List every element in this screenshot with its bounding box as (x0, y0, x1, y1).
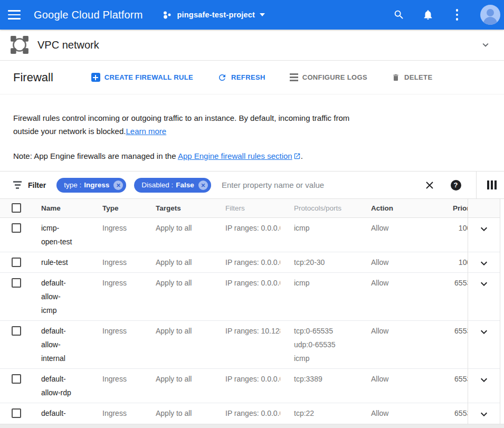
project-selector[interactable]: pingsafe-test-project (163, 10, 265, 20)
external-link-icon (293, 153, 301, 160)
refresh-button[interactable]: REFRESH (217, 73, 265, 82)
col-header-targets[interactable]: Targets (156, 199, 225, 217)
section-header: VPC network (0, 30, 504, 61)
delete-button[interactable]: DELETE (392, 73, 432, 82)
table-row: default- allow- icmp Ingress Apply to al… (0, 273, 504, 321)
notifications-icon[interactable] (422, 9, 434, 21)
table-header-row: Name Type Targets Filters Protocols/port… (0, 199, 504, 218)
row-checkbox[interactable] (12, 408, 21, 418)
expand-row-icon[interactable] (478, 257, 490, 270)
row-checkbox[interactable] (12, 326, 21, 336)
description-block: Firewall rules control incoming or outgo… (0, 94, 504, 171)
gcp-console: Google Cloud Platform pingsafe-test-proj… (0, 0, 504, 428)
configure-logs-button[interactable]: CONFIGURE LOGS (290, 73, 367, 81)
expand-row-icon[interactable] (478, 408, 490, 421)
select-all-checkbox[interactable] (12, 203, 21, 213)
menu-icon[interactable] (8, 10, 21, 20)
app-engine-firewall-link[interactable]: App Engine firewall rules section (178, 151, 292, 160)
row-checkbox[interactable] (12, 223, 21, 233)
expand-row-icon[interactable] (478, 326, 490, 338)
avatar[interactable] (480, 5, 500, 25)
col-header-filters: Filters (225, 199, 294, 217)
refresh-icon (217, 73, 227, 82)
top-bar: Google Cloud Platform pingsafe-test-proj… (0, 0, 504, 30)
filter-icon (13, 181, 22, 188)
description-text: Firewall rules control incoming or outgo… (13, 113, 349, 136)
firewall-rules-table: Name Type Targets Filters Protocols/port… (0, 199, 504, 428)
horizontal-scrollbar[interactable] (0, 424, 504, 428)
col-header-action[interactable]: Action (371, 199, 453, 217)
filter-chip-disabled[interactable]: Disabled : False ✕ (134, 178, 211, 193)
col-header-name[interactable]: Name (41, 199, 102, 217)
table-row: rule-test Ingress Apply to all IP ranges… (0, 252, 504, 273)
collapse-section-icon[interactable] (480, 39, 491, 51)
filter-label: Filter (28, 181, 46, 189)
note-period: . (301, 151, 303, 160)
firewall-title: Firewall (13, 71, 53, 84)
chip-remove-icon[interactable]: ✕ (198, 180, 208, 190)
learn-more-link[interactable]: Learn more (126, 127, 166, 136)
help-icon[interactable]: ? (451, 180, 461, 191)
row-checkbox[interactable] (12, 374, 21, 384)
logs-icon (290, 73, 298, 81)
more-options-icon[interactable] (451, 9, 463, 21)
trash-icon (392, 73, 400, 82)
col-header-type[interactable]: Type (102, 199, 156, 217)
create-firewall-rule-button[interactable]: CREATE FIREWALL RULE (91, 73, 193, 82)
note-text: Note: App Engine firewalls are managed i… (13, 151, 178, 160)
row-checkbox[interactable] (12, 258, 21, 267)
chevron-down-icon (260, 13, 265, 16)
project-name: pingsafe-test-project (177, 11, 255, 19)
filter-input[interactable] (222, 180, 420, 189)
plus-icon (91, 73, 100, 82)
vpc-network-icon (9, 35, 30, 55)
page-title: VPC network (37, 39, 99, 51)
column-display-icon[interactable] (477, 180, 504, 189)
filter-bar: Filter type : Ingress ✕ Disabled : False… (0, 171, 504, 199)
table-row: icmp- open-test Ingress Apply to all IP … (0, 218, 504, 252)
expand-row-icon[interactable] (478, 278, 490, 290)
chip-remove-icon[interactable]: ✕ (113, 180, 123, 190)
project-icon (163, 10, 172, 20)
table-row: default- allow- internal Ingress Apply t… (0, 321, 504, 369)
filter-chip-type[interactable]: type : Ingress ✕ (56, 178, 126, 193)
product-title[interactable]: Google Cloud Platform (34, 9, 143, 21)
table-row: default- allow-rdp Ingress Apply to all … (0, 369, 504, 403)
firewall-toolbar: Firewall CREATE FIREWALL RULE REFRESH CO… (0, 61, 504, 94)
clear-filters-icon[interactable] (424, 180, 435, 191)
expand-row-icon[interactable] (478, 223, 490, 235)
col-header-protocols: Protocols/ports (294, 199, 371, 217)
search-icon[interactable] (393, 9, 405, 21)
expand-row-icon[interactable] (478, 374, 490, 386)
col-header-priority[interactable]: Priority (453, 199, 468, 217)
row-checkbox[interactable] (12, 278, 21, 288)
